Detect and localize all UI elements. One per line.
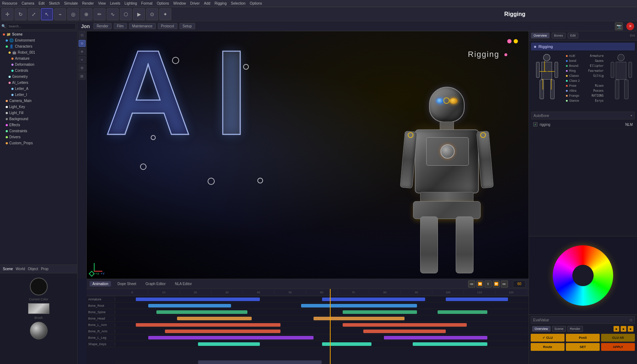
timeline-stop-btn[interactable]: ⏸ [485, 280, 492, 288]
film-btn[interactable]: Film [114, 23, 127, 29]
menu-options[interactable]: Options [157, 1, 169, 5]
right-tab-edit[interactable]: Edit [568, 33, 578, 38]
current-frame-input[interactable] [513, 280, 526, 288]
rig-circle-6[interactable] [151, 135, 156, 140]
outliner-item-drivers[interactable]: Drivers [0, 134, 77, 140]
bone-item-ring[interactable]: Ring Fasreator [564, 68, 606, 73]
render-tool-btn[interactable]: ▶ [133, 8, 145, 20]
setup-btn[interactable]: Setup [180, 23, 195, 29]
timeline-tab-graph[interactable]: Graph Editor [143, 281, 168, 287]
auto-small-btn-2[interactable]: ■ [621, 326, 626, 332]
bone-item-bound[interactable]: Bound Elliptor [564, 63, 606, 68]
outliner-item-armature[interactable]: Armature [0, 55, 77, 61]
viewport-close-icon[interactable]: ✕ [626, 22, 634, 30]
outliner-item-light-key[interactable]: Light_Key [0, 104, 77, 110]
world-tab[interactable]: World [16, 267, 25, 271]
rig-circle-1[interactable] [172, 57, 179, 64]
outliner-item-deformation[interactable]: Deformation [0, 61, 77, 68]
light-tool-btn[interactable]: ✦ [159, 8, 171, 20]
right-tab-bones[interactable]: Bones [552, 33, 566, 38]
rig-robot-shoulder-r[interactable] [480, 132, 486, 138]
move-tool-btn[interactable]: ✛ [1, 8, 14, 20]
select-tool-btn[interactable]: ↖ [41, 8, 53, 20]
tool-icon-6[interactable]: ⊞ [79, 64, 86, 71]
color-black-swatch[interactable] [30, 278, 48, 295]
timeline-tab-animation[interactable]: Animation [90, 281, 111, 287]
outliner-item-geometry[interactable]: Geometry [0, 74, 77, 80]
scene-tab2[interactable]: Scene [552, 326, 566, 332]
auto-small-btn-3[interactable]: ■ [628, 326, 633, 332]
menu-levels[interactable]: Levels [110, 1, 120, 5]
tool-icon-7[interactable]: ▧ [79, 73, 86, 80]
menu-sketch[interactable]: Sketch [49, 1, 60, 5]
menu-render[interactable]: Render [82, 1, 94, 5]
bone-item-frango[interactable]: Frango RATIONS [564, 93, 606, 98]
scene-tab[interactable]: Scene [3, 267, 13, 271]
outliner-item-camera[interactable]: Camera_Main [0, 98, 77, 104]
camera-tool-btn[interactable]: ⊙ [146, 8, 158, 20]
menu-camera[interactable]: Camera [22, 1, 34, 5]
timeline-end-btn[interactable]: ⏭ [501, 280, 508, 288]
viewport-capture-icon[interactable]: 📷 [615, 22, 623, 30]
rig-circle-5[interactable] [257, 178, 263, 183]
render-btn[interactable]: Render [93, 23, 112, 29]
tool-icon-2[interactable]: ⊡ [79, 32, 86, 39]
bone-item-nue[interactable]: nUE Armature [564, 53, 606, 58]
playhead[interactable] [330, 289, 331, 364]
menu-window[interactable]: Window [173, 1, 186, 5]
protocol-btn[interactable]: Protocol [158, 23, 177, 29]
outliner-item-constraints[interactable]: Constraints [0, 128, 77, 134]
timeline-tab-nla[interactable]: NLA Editor [172, 281, 195, 287]
bone-item-stance[interactable]: Stance Esrys [564, 98, 606, 103]
menu-rigging[interactable]: Rigging [215, 1, 227, 5]
render-tab2[interactable]: Render [567, 326, 583, 332]
outliner-item-effects[interactable]: Effects [0, 122, 77, 128]
mesh-tool-btn[interactable]: ⬡ [120, 8, 132, 20]
bone-item-class2[interactable]: Class 2 [564, 78, 606, 83]
outliner-item-robot[interactable]: 🤖 Robot_001 [0, 49, 77, 55]
gradient-swatch[interactable] [28, 303, 49, 314]
outliner-item-customprops[interactable]: Custom_Props [0, 140, 77, 146]
outliner-item-background[interactable]: Background [0, 116, 77, 122]
menu-resource[interactable]: Resource [2, 1, 17, 5]
bone-tool-btn[interactable]: ⌁ [54, 8, 66, 20]
outliner-item-environment[interactable]: 🌐 Environment [0, 37, 77, 43]
outliner-item-lettera[interactable]: Letter_A [0, 86, 77, 92]
bone-item-bond[interactable]: bond Gazes [564, 58, 606, 63]
timeline-prev-btn[interactable]: ⏪ [476, 280, 483, 288]
maintenance-btn[interactable]: Maintenance [129, 23, 156, 29]
bone-item-altira[interactable]: Altira Posses [564, 88, 606, 93]
menu-edit[interactable]: Edit [38, 1, 44, 5]
props-tab[interactable]: Prop [41, 267, 48, 271]
overview-tab[interactable]: Overview [532, 326, 551, 332]
paint-tool-btn[interactable]: ⊕ [80, 8, 92, 20]
tool-icon-5[interactable]: ≡ [79, 56, 86, 63]
menu-view[interactable]: View [98, 1, 106, 5]
char-panel-header[interactable]: ■ Rigging [531, 43, 635, 50]
outliner-item-light-fill[interactable]: Light_Fill [0, 110, 77, 116]
rigging-checkbox[interactable]: ✓ [533, 122, 537, 127]
auto-btn-apply[interactable]: APPLY [601, 343, 635, 351]
timeline-scrollbar[interactable] [115, 360, 529, 364]
timeline-play-btn[interactable]: ⏮ [468, 280, 475, 288]
weight-tool-btn[interactable]: ◎ [67, 8, 79, 20]
tool-icon-3[interactable]: ⊙ [79, 40, 86, 47]
auto-btn-clu[interactable]: ✓ CLU [531, 334, 564, 342]
menu-add[interactable]: Add [204, 1, 210, 5]
auto-btn-set[interactable]: SET [566, 343, 600, 351]
timeline-tab-dopesheet[interactable]: Dope Sheet [114, 281, 139, 287]
outliner-item-ailetters[interactable]: AI_Letters [0, 80, 77, 86]
menu-lighting[interactable]: Lighting [124, 1, 137, 5]
auto-small-btn-1[interactable]: ■ [614, 326, 619, 332]
outliner-item-controls[interactable]: Controls [0, 68, 77, 74]
bone-item-pose[interactable]: Pose Risen [564, 83, 606, 88]
outliner-item-characters[interactable]: 👤 Characters [0, 43, 77, 49]
menu-simulate[interactable]: Simulate [64, 1, 78, 5]
right-tab-overview[interactable]: Overview [531, 33, 550, 38]
auto-btn-route[interactable]: Route [531, 343, 564, 351]
rig-circle-4[interactable] [208, 178, 215, 185]
rig-circle-3[interactable] [140, 164, 146, 170]
timeline-next-btn[interactable]: ⏩ [493, 280, 500, 288]
bone-item-classo[interactable]: Classo Giltig [564, 73, 606, 78]
scale-tool-btn[interactable]: ⤢ [28, 8, 40, 20]
